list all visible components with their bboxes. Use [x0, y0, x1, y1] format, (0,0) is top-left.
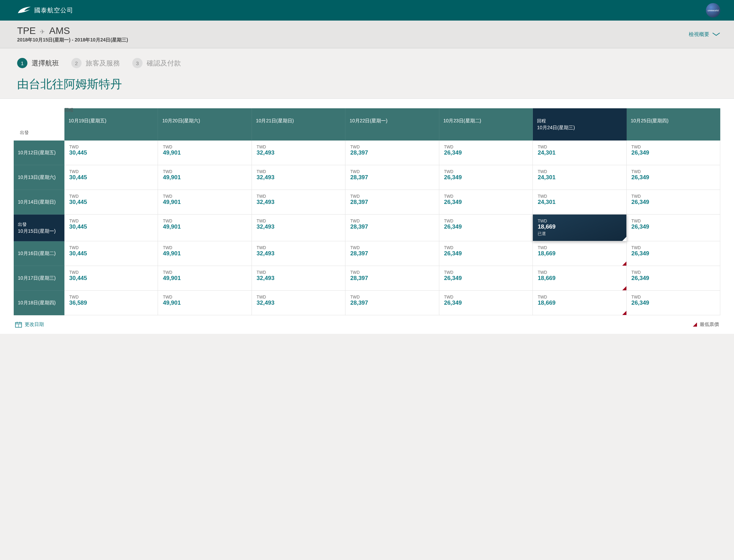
currency-label: TWD: [538, 245, 621, 250]
row-header-2[interactable]: 10月14日(星期日): [14, 190, 64, 215]
fare-cell-6-3[interactable]: TWD28,397: [345, 291, 439, 315]
fare-cell-3-5[interactable]: TWD18,669已選: [533, 215, 626, 241]
col-header-0[interactable]: 10月19日(星期五): [64, 108, 158, 141]
fare-cell-2-6[interactable]: TWD26,349: [627, 190, 720, 215]
fare-price: 30,445: [69, 223, 153, 230]
fare-cell-3-2[interactable]: TWD32,493: [252, 215, 345, 241]
fare-cell-0-1[interactable]: TWD49,901: [158, 141, 252, 165]
brand[interactable]: 國泰航空公司: [17, 4, 73, 16]
col-header-6[interactable]: 10月25日(星期四): [627, 108, 720, 141]
fare-cell-6-6[interactable]: TWD26,349: [627, 291, 720, 315]
fare-cell-3-3[interactable]: TWD28,397: [345, 215, 439, 241]
lowest-corner-icon: [622, 311, 626, 315]
fare-cell-3-4[interactable]: TWD26,349: [439, 215, 533, 241]
fare-price: 28,397: [350, 149, 434, 156]
fare-cell-6-2[interactable]: TWD32,493: [252, 291, 345, 315]
row-header-6[interactable]: 10月18日(星期四): [14, 291, 64, 315]
col-header-2[interactable]: 10月21日(星期日): [252, 108, 345, 141]
fare-cell-1-1[interactable]: TWD49,901: [158, 165, 252, 190]
fare-cell-4-3[interactable]: TWD28,397: [345, 241, 439, 266]
fare-cell-2-2[interactable]: TWD32,493: [252, 190, 345, 215]
step-num-3: 3: [132, 58, 143, 68]
fare-cell-5-3[interactable]: TWD28,397: [345, 266, 439, 291]
fare-cell-4-1[interactable]: TWD49,901: [158, 241, 252, 266]
currency-label: TWD: [444, 245, 528, 250]
fare-cell-0-3[interactable]: TWD28,397: [345, 141, 439, 165]
col-header-5[interactable]: 回程10月24日(星期三): [533, 108, 626, 141]
fare-cell-1-6[interactable]: TWD26,349: [627, 165, 720, 190]
fare-cell-0-2[interactable]: TWD32,493: [252, 141, 345, 165]
fare-cell-4-4[interactable]: TWD26,349: [439, 241, 533, 266]
fare-price: 32,493: [257, 149, 340, 156]
fare-cell-4-5[interactable]: TWD18,669: [533, 241, 626, 266]
fare-price: 32,493: [257, 199, 340, 206]
fare-cell-3-0[interactable]: TWD30,445: [64, 215, 158, 241]
row-header-4[interactable]: 10月16日(星期二): [14, 241, 64, 266]
fare-grid: 10月19日(星期五)10月20日(星期六)10月21日(星期日)10月22日(…: [14, 108, 720, 315]
col-header-4[interactable]: 10月23日(星期二): [439, 108, 533, 141]
fare-price: 28,397: [350, 174, 434, 181]
fare-price: 32,493: [257, 250, 340, 257]
fare-cell-1-3[interactable]: TWD28,397: [345, 165, 439, 190]
fare-cell-0-0[interactable]: TWD30,445: [64, 141, 158, 165]
step-3[interactable]: 3確認及付款: [132, 58, 181, 68]
fare-price: 18,669: [538, 250, 621, 257]
fare-cell-2-1[interactable]: TWD49,901: [158, 190, 252, 215]
row-header-1[interactable]: 10月13日(星期六): [14, 165, 64, 190]
row-header-5[interactable]: 10月17日(星期三): [14, 266, 64, 291]
row-header-3[interactable]: 出發10月15日(星期一): [14, 215, 64, 241]
lowest-corner-icon: [622, 261, 626, 266]
change-date-button[interactable]: 更改日期: [15, 321, 44, 328]
fare-cell-3-6[interactable]: TWD26,349: [627, 215, 720, 241]
fare-price: 26,349: [632, 223, 715, 230]
fare-cell-5-1[interactable]: TWD49,901: [158, 266, 252, 291]
top-header: 國泰航空公司 oneworld: [0, 0, 734, 21]
return-label: 回程: [537, 118, 622, 124]
step-label-1: 選擇航班: [32, 59, 59, 68]
fare-price: 26,349: [632, 250, 715, 257]
fare-price: 24,301: [538, 174, 621, 181]
currency-label: TWD: [69, 295, 153, 300]
view-summary-toggle[interactable]: 檢視概要: [689, 31, 720, 38]
fare-cell-4-6[interactable]: TWD26,349: [627, 241, 720, 266]
currency-label: TWD: [257, 219, 340, 223]
fare-cell-2-0[interactable]: TWD30,445: [64, 190, 158, 215]
currency-label: TWD: [632, 145, 715, 149]
fare-cell-4-2[interactable]: TWD32,493: [252, 241, 345, 266]
fare-cell-5-5[interactable]: TWD18,669: [533, 266, 626, 291]
fare-cell-1-4[interactable]: TWD26,349: [439, 165, 533, 190]
fare-cell-5-4[interactable]: TWD26,349: [439, 266, 533, 291]
fare-price: 49,901: [163, 300, 246, 306]
fare-cell-2-3[interactable]: TWD28,397: [345, 190, 439, 215]
fare-price: 32,493: [257, 223, 340, 230]
fare-cell-6-4[interactable]: TWD26,349: [439, 291, 533, 315]
currency-label: TWD: [69, 219, 153, 223]
fare-price: 49,901: [163, 174, 246, 181]
step-1: 1選擇航班: [17, 58, 59, 68]
step-2[interactable]: 2旅客及服務: [71, 58, 120, 68]
fare-cell-1-0[interactable]: TWD30,445: [64, 165, 158, 190]
fare-cell-2-4[interactable]: TWD26,349: [439, 190, 533, 215]
fare-cell-3-1[interactable]: TWD49,901: [158, 215, 252, 241]
fare-cell-6-5[interactable]: TWD18,669: [533, 291, 626, 315]
fare-cell-2-5[interactable]: TWD24,301: [533, 190, 626, 215]
currency-label: TWD: [69, 145, 153, 149]
col-header-3[interactable]: 10月22日(星期一): [345, 108, 439, 141]
fare-cell-1-2[interactable]: TWD32,493: [252, 165, 345, 190]
currency-label: TWD: [538, 219, 621, 223]
fare-price: 28,397: [350, 300, 434, 306]
fare-cell-1-5[interactable]: TWD24,301: [533, 165, 626, 190]
col-header-1[interactable]: 10月20日(星期六): [158, 108, 252, 141]
fare-cell-0-5[interactable]: TWD24,301: [533, 141, 626, 165]
fare-cell-5-2[interactable]: TWD32,493: [252, 266, 345, 291]
fare-cell-5-0[interactable]: TWD30,445: [64, 266, 158, 291]
fare-cell-6-0[interactable]: TWD36,589: [64, 291, 158, 315]
fare-cell-5-6[interactable]: TWD26,349: [627, 266, 720, 291]
fare-cell-4-0[interactable]: TWD30,445: [64, 241, 158, 266]
fare-cell-0-6[interactable]: TWD26,349: [627, 141, 720, 165]
row-header-0[interactable]: 10月12日(星期五): [14, 141, 64, 165]
chevron-down-icon: [712, 32, 720, 36]
fare-price: 18,669: [538, 300, 621, 306]
fare-cell-6-1[interactable]: TWD49,901: [158, 291, 252, 315]
fare-cell-0-4[interactable]: TWD26,349: [439, 141, 533, 165]
